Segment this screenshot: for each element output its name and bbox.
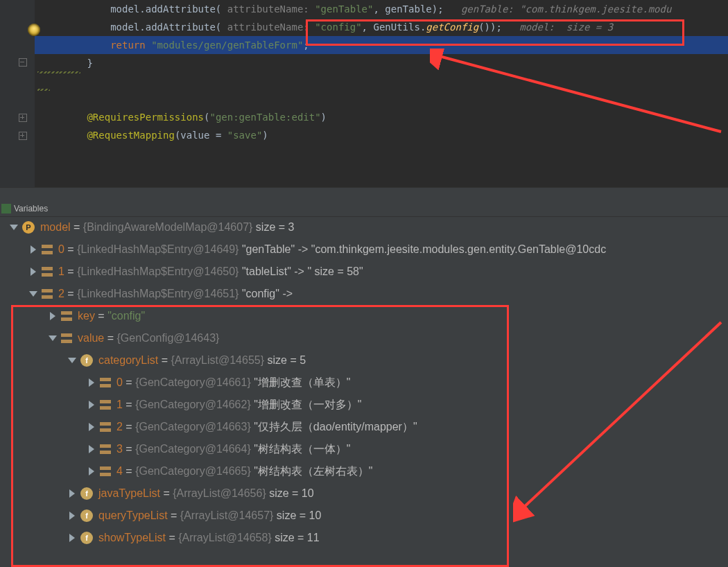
chevron-right-icon[interactable] xyxy=(29,245,37,254)
tree-node[interactable]: 4 = {GenCategory@14665} "树结构表（左树右表）" xyxy=(0,460,728,482)
field-badge-icon: f xyxy=(80,354,93,367)
tree-node-label: 2 = {LinkedHashMap$Entry@14651} "config"… xyxy=(58,288,293,300)
chevron-down-icon[interactable] xyxy=(10,223,18,232)
code-line[interactable]: } xyxy=(35,54,728,72)
tree-node[interactable]: 3 = {GenCategory@14664} "树结构表（一体）" xyxy=(0,438,728,460)
entry-icon xyxy=(100,466,111,476)
code-line[interactable]: model.addAttribute( attributeName: "conf… xyxy=(35,18,728,36)
fold-end-icon[interactable] xyxy=(19,58,27,67)
chevron-right-icon[interactable] xyxy=(68,534,76,542)
tree-node[interactable]: 2 = {LinkedHashMap$Entry@14651} "config"… xyxy=(0,283,728,305)
fold-start-icon[interactable] xyxy=(19,132,27,140)
chevron-right-icon[interactable] xyxy=(49,312,57,320)
entry-icon xyxy=(42,289,53,299)
chevron-right-icon[interactable] xyxy=(87,401,96,409)
warning-squiggle-icon xyxy=(37,89,50,91)
chevron-right-icon[interactable] xyxy=(68,489,76,498)
code-editor[interactable]: model.addAttribute( attributeName: "genT… xyxy=(0,0,728,187)
entry-icon xyxy=(61,311,72,321)
code-line[interactable] xyxy=(35,90,728,108)
code-line[interactable]: model.addAttribute( attributeName: "genT… xyxy=(35,0,728,18)
fold-strip[interactable] xyxy=(10,0,33,187)
code-line[interactable]: return "modules/gen/genTableForm"; xyxy=(35,36,728,54)
tree-node-label: queryTypeList = {ArrayList@14657} size =… xyxy=(98,509,321,522)
chevron-right-icon[interactable] xyxy=(29,268,37,276)
entry-icon xyxy=(100,378,111,387)
field-badge-icon: f xyxy=(80,509,93,522)
entry-icon xyxy=(42,267,53,277)
tree-node-label: 2 = {GenCategory@14663} "仅持久层（dao/entity… xyxy=(116,420,417,435)
field-badge-icon: f xyxy=(80,487,93,500)
tree-node[interactable]: fjavaTypeList = {ArrayList@14656} size =… xyxy=(0,482,728,505)
code-line[interactable] xyxy=(35,72,728,90)
tree-node-label: 0 = {GenCategory@14661} "增删改查（单表）" xyxy=(116,376,351,390)
tree-node-label: 4 = {GenCategory@14665} "树结构表（左树右表）" xyxy=(116,464,373,479)
entry-icon xyxy=(100,422,111,432)
field-badge-icon: f xyxy=(80,532,93,544)
chevron-down-icon[interactable] xyxy=(68,356,76,365)
parameter-badge-icon: P xyxy=(22,221,35,234)
variables-icon xyxy=(1,204,11,213)
tree-node-label: 0 = {LinkedHashMap$Entry@14649} "genTabl… xyxy=(58,243,606,256)
tree-node-label: categoryList = {ArrayList@14655} size = … xyxy=(98,354,306,367)
tree-node[interactable]: 1 = {LinkedHashMap$Entry@14650} "tableLi… xyxy=(0,261,728,283)
entry-icon xyxy=(100,400,111,410)
chevron-right-icon[interactable] xyxy=(87,445,96,453)
tree-node-label: model = {BindingAwareModelMap@14607} siz… xyxy=(40,221,294,234)
editor-gutter xyxy=(0,0,35,187)
tree-node-label: 3 = {GenCategory@14664} "树结构表（一体）" xyxy=(116,442,351,457)
entry-icon xyxy=(100,444,111,454)
code-line[interactable]: @RequestMapping(value = "save") xyxy=(35,126,728,144)
tree-node[interactable]: fcategoryList = {ArrayList@14655} size =… xyxy=(0,349,728,372)
tree-node[interactable]: fshowTypeList = {ArrayList@14658} size =… xyxy=(0,527,728,549)
variables-tree[interactable]: Pmodel = {BindingAwareModelMap@14607} si… xyxy=(0,216,728,567)
tree-node-label: key = "config" xyxy=(78,310,145,322)
entry-icon xyxy=(61,333,72,343)
chevron-right-icon[interactable] xyxy=(87,378,96,387)
chevron-down-icon[interactable] xyxy=(49,334,57,342)
variables-panel: Variables Pmodel = {BindingAwareModelMap… xyxy=(0,201,728,567)
warning-squiggle-icon xyxy=(37,71,80,73)
tree-node[interactable]: fqueryTypeList = {ArrayList@14657} size … xyxy=(0,505,728,527)
chevron-right-icon[interactable] xyxy=(68,512,76,520)
code-area[interactable]: model.addAttribute( attributeName: "genT… xyxy=(35,0,728,187)
chevron-down-icon[interactable] xyxy=(29,290,37,298)
tree-node[interactable]: value = {GenConfig@14643} xyxy=(0,327,728,349)
tree-node[interactable]: 1 = {GenCategory@14662} "增删改查（一对多）" xyxy=(0,394,728,416)
tree-node[interactable]: Pmodel = {BindingAwareModelMap@14607} si… xyxy=(0,216,728,238)
tree-node-label: javaTypeList = {ArrayList@14656} size = … xyxy=(98,487,314,500)
tree-node[interactable]: 0 = {LinkedHashMap$Entry@14649} "genTabl… xyxy=(0,238,728,261)
tree-node-label: value = {GenConfig@14643} xyxy=(78,332,219,344)
fold-start-icon[interactable] xyxy=(19,114,27,122)
tree-node[interactable]: key = "config" xyxy=(0,305,728,327)
code-line[interactable]: @RequiresPermissions("gen:genTable:edit"… xyxy=(35,108,728,126)
chevron-right-icon[interactable] xyxy=(87,467,96,476)
variables-panel-header[interactable]: Variables xyxy=(0,201,728,217)
tree-node[interactable]: 0 = {GenCategory@14661} "增删改查（单表）" xyxy=(0,372,728,394)
tree-node-label: showTypeList = {ArrayList@14658} size = … xyxy=(98,532,320,544)
tree-node-label: 1 = {LinkedHashMap$Entry@14650} "tableLi… xyxy=(58,265,363,278)
tree-node[interactable]: 2 = {GenCategory@14663} "仅持久层（dao/entity… xyxy=(0,416,728,438)
chevron-right-icon[interactable] xyxy=(87,423,96,431)
panel-splitter[interactable] xyxy=(0,187,728,202)
entry-icon xyxy=(42,245,53,254)
variables-panel-title: Variables xyxy=(14,204,48,213)
tree-node-label: 1 = {GenCategory@14662} "增删改查（一对多）" xyxy=(116,398,362,412)
